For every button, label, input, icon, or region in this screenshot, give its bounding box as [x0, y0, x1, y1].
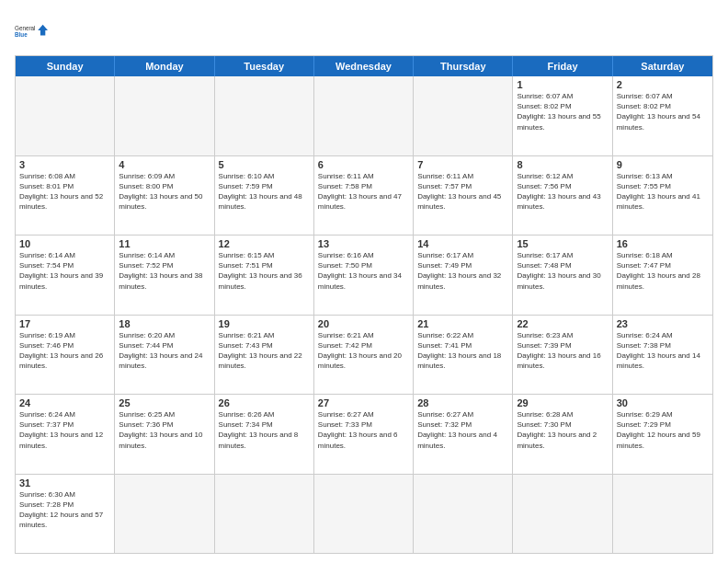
- sun-info: Sunrise: 6:26 AMSunset: 7:34 PMDaylight:…: [219, 409, 310, 451]
- weekday-header-friday: Friday: [513, 56, 612, 76]
- day-cell-5: 5Sunrise: 6:10 AMSunset: 7:59 PMDaylight…: [215, 156, 314, 236]
- day-number: 3: [19, 159, 110, 170]
- day-number: 13: [318, 238, 409, 249]
- day-cell-23: 23Sunrise: 6:24 AMSunset: 7:38 PMDayligh…: [613, 316, 712, 395]
- day-cell-29: 29Sunrise: 6:28 AMSunset: 7:30 PMDayligh…: [513, 395, 612, 474]
- sun-info: Sunrise: 6:11 AMSunset: 7:57 PMDaylight:…: [417, 171, 508, 213]
- generalblue-logo-icon: General Blue: [15, 15, 48, 48]
- empty-cell: [16, 76, 115, 155]
- day-number: 8: [517, 159, 608, 170]
- page: General Blue SundayMondayTuesdayWednesda…: [0, 0, 728, 563]
- day-number: 6: [318, 159, 409, 170]
- day-number: 29: [517, 397, 608, 408]
- calendar-header: SundayMondayTuesdayWednesdayThursdayFrid…: [16, 56, 712, 76]
- day-cell-22: 22Sunrise: 6:23 AMSunset: 7:39 PMDayligh…: [513, 316, 612, 395]
- sun-info: Sunrise: 6:08 AMSunset: 8:01 PMDaylight:…: [19, 171, 110, 213]
- sun-info: Sunrise: 6:28 AMSunset: 7:30 PMDaylight:…: [517, 409, 608, 451]
- day-number: 21: [417, 318, 508, 329]
- sun-info: Sunrise: 6:27 AMSunset: 7:32 PMDaylight:…: [417, 409, 508, 451]
- weekday-header-saturday: Saturday: [613, 56, 712, 76]
- weekday-header-sunday: Sunday: [16, 56, 115, 76]
- day-number: 18: [119, 318, 210, 329]
- day-cell-10: 10Sunrise: 6:14 AMSunset: 7:54 PMDayligh…: [16, 236, 115, 315]
- calendar-row-4: 24Sunrise: 6:24 AMSunset: 7:37 PMDayligh…: [16, 394, 712, 474]
- header: General Blue: [15, 15, 713, 48]
- sun-info: Sunrise: 6:18 AMSunset: 7:47 PMDaylight:…: [617, 250, 709, 292]
- day-cell-21: 21Sunrise: 6:22 AMSunset: 7:41 PMDayligh…: [414, 316, 513, 395]
- day-cell-14: 14Sunrise: 6:17 AMSunset: 7:49 PMDayligh…: [414, 236, 513, 315]
- sun-info: Sunrise: 6:27 AMSunset: 7:33 PMDaylight:…: [318, 409, 409, 451]
- svg-text:General: General: [15, 25, 35, 31]
- day-cell-28: 28Sunrise: 6:27 AMSunset: 7:32 PMDayligh…: [414, 395, 513, 474]
- day-cell-27: 27Sunrise: 6:27 AMSunset: 7:33 PMDayligh…: [314, 395, 414, 474]
- day-cell-17: 17Sunrise: 6:19 AMSunset: 7:46 PMDayligh…: [16, 316, 115, 395]
- day-cell-31: 31Sunrise: 6:30 AMSunset: 7:28 PMDayligh…: [16, 475, 115, 554]
- day-cell-15: 15Sunrise: 6:17 AMSunset: 7:48 PMDayligh…: [513, 236, 612, 315]
- weekday-header-thursday: Thursday: [414, 56, 513, 76]
- day-cell-25: 25Sunrise: 6:25 AMSunset: 7:36 PMDayligh…: [115, 395, 214, 474]
- sun-info: Sunrise: 6:15 AMSunset: 7:51 PMDaylight:…: [219, 250, 310, 292]
- day-cell-30: 30Sunrise: 6:29 AMSunset: 7:29 PMDayligh…: [613, 395, 712, 474]
- calendar-row-3: 17Sunrise: 6:19 AMSunset: 7:46 PMDayligh…: [16, 315, 712, 395]
- day-number: 9: [617, 159, 709, 170]
- day-cell-13: 13Sunrise: 6:16 AMSunset: 7:50 PMDayligh…: [314, 236, 414, 315]
- calendar: SundayMondayTuesdayWednesdayThursdayFrid…: [15, 55, 713, 554]
- logo: General Blue: [15, 15, 48, 48]
- day-number: 1: [517, 79, 608, 90]
- weekday-header-tuesday: Tuesday: [215, 56, 314, 76]
- sun-info: Sunrise: 6:10 AMSunset: 7:59 PMDaylight:…: [219, 171, 310, 213]
- calendar-row-1: 3Sunrise: 6:08 AMSunset: 8:01 PMDaylight…: [16, 155, 712, 236]
- empty-cell: [414, 76, 513, 155]
- day-number: 24: [19, 397, 110, 408]
- day-cell-1: 1Sunrise: 6:07 AMSunset: 8:02 PMDaylight…: [513, 76, 612, 155]
- sun-info: Sunrise: 6:22 AMSunset: 7:41 PMDaylight:…: [417, 330, 508, 372]
- day-cell-2: 2Sunrise: 6:07 AMSunset: 8:02 PMDaylight…: [613, 76, 712, 155]
- day-number: 20: [318, 318, 409, 329]
- day-number: 15: [517, 238, 608, 249]
- day-number: 2: [617, 79, 709, 90]
- day-number: 30: [617, 397, 709, 408]
- empty-cell: [513, 475, 612, 554]
- day-cell-24: 24Sunrise: 6:24 AMSunset: 7:37 PMDayligh…: [16, 395, 115, 474]
- sun-info: Sunrise: 6:12 AMSunset: 7:56 PMDaylight:…: [517, 171, 608, 213]
- calendar-body: 1Sunrise: 6:07 AMSunset: 8:02 PMDaylight…: [16, 76, 712, 553]
- sun-info: Sunrise: 6:21 AMSunset: 7:43 PMDaylight:…: [219, 330, 310, 372]
- weekday-header-monday: Monday: [115, 56, 214, 76]
- sun-info: Sunrise: 6:16 AMSunset: 7:50 PMDaylight:…: [318, 250, 409, 292]
- empty-cell: [215, 475, 314, 554]
- sun-info: Sunrise: 6:07 AMSunset: 8:02 PMDaylight:…: [617, 91, 709, 132]
- sun-info: Sunrise: 6:07 AMSunset: 8:02 PMDaylight:…: [517, 91, 608, 132]
- day-cell-26: 26Sunrise: 6:26 AMSunset: 7:34 PMDayligh…: [215, 395, 314, 474]
- day-cell-19: 19Sunrise: 6:21 AMSunset: 7:43 PMDayligh…: [215, 316, 314, 395]
- calendar-row-5: 31Sunrise: 6:30 AMSunset: 7:28 PMDayligh…: [16, 474, 712, 554]
- empty-cell: [115, 76, 214, 155]
- day-cell-4: 4Sunrise: 6:09 AMSunset: 8:00 PMDaylight…: [115, 156, 214, 236]
- day-number: 28: [417, 397, 508, 408]
- sun-info: Sunrise: 6:17 AMSunset: 7:49 PMDaylight:…: [417, 250, 508, 292]
- day-number: 5: [219, 159, 310, 170]
- day-cell-12: 12Sunrise: 6:15 AMSunset: 7:51 PMDayligh…: [215, 236, 314, 315]
- sun-info: Sunrise: 6:24 AMSunset: 7:38 PMDaylight:…: [617, 330, 709, 372]
- svg-text:Blue: Blue: [15, 31, 28, 38]
- day-number: 22: [517, 318, 608, 329]
- sun-info: Sunrise: 6:25 AMSunset: 7:36 PMDaylight:…: [119, 409, 210, 451]
- day-cell-6: 6Sunrise: 6:11 AMSunset: 7:58 PMDaylight…: [314, 156, 414, 236]
- sun-info: Sunrise: 6:30 AMSunset: 7:28 PMDaylight:…: [19, 489, 110, 531]
- sun-info: Sunrise: 6:19 AMSunset: 7:46 PMDaylight:…: [19, 330, 110, 372]
- sun-info: Sunrise: 6:20 AMSunset: 7:44 PMDaylight:…: [119, 330, 210, 372]
- day-cell-20: 20Sunrise: 6:21 AMSunset: 7:42 PMDayligh…: [314, 316, 414, 395]
- day-number: 12: [219, 238, 310, 249]
- sun-info: Sunrise: 6:14 AMSunset: 7:52 PMDaylight:…: [119, 250, 210, 292]
- svg-marker-2: [38, 25, 48, 36]
- day-cell-8: 8Sunrise: 6:12 AMSunset: 7:56 PMDaylight…: [513, 156, 612, 236]
- day-cell-11: 11Sunrise: 6:14 AMSunset: 7:52 PMDayligh…: [115, 236, 214, 315]
- day-cell-3: 3Sunrise: 6:08 AMSunset: 8:01 PMDaylight…: [16, 156, 115, 236]
- empty-cell: [314, 475, 414, 554]
- day-number: 23: [617, 318, 709, 329]
- weekday-header-wednesday: Wednesday: [314, 56, 414, 76]
- sun-info: Sunrise: 6:23 AMSunset: 7:39 PMDaylight:…: [517, 330, 608, 372]
- day-cell-18: 18Sunrise: 6:20 AMSunset: 7:44 PMDayligh…: [115, 316, 214, 395]
- empty-cell: [215, 76, 314, 155]
- day-number: 27: [318, 397, 409, 408]
- sun-info: Sunrise: 6:14 AMSunset: 7:54 PMDaylight:…: [19, 250, 110, 292]
